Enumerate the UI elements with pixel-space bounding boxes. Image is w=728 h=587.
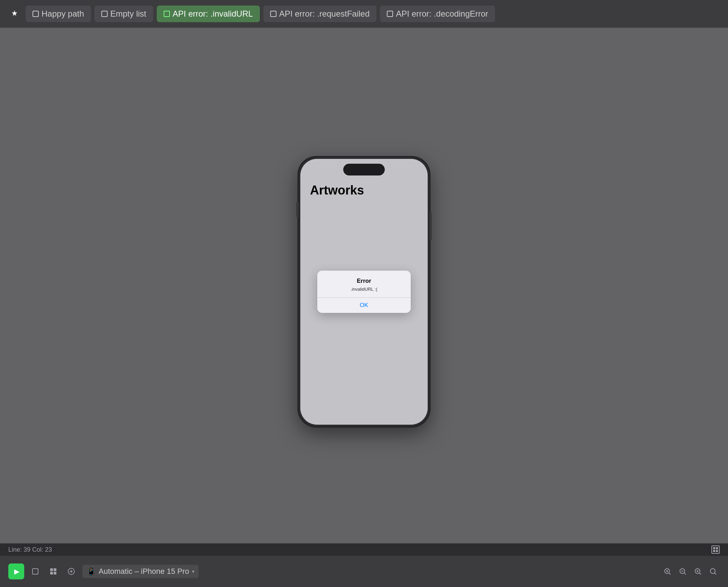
grid-layout-button[interactable] — [46, 565, 60, 578]
svg-rect-3 — [716, 550, 718, 552]
zoom-out-button[interactable] — [676, 565, 689, 578]
svg-line-11 — [669, 573, 671, 575]
iphone-device: Artworks Error .invalidURL :( OK — [298, 157, 430, 427]
tab-api-error-request-failed[interactable]: API error: .requestFailed — [263, 6, 376, 22]
tab-icon — [101, 11, 108, 17]
canvas: Artworks Error .invalidURL :( OK — [0, 28, 728, 556]
alert-ok-button[interactable]: OK — [317, 298, 411, 313]
pin-icon — [7, 6, 22, 21]
controls-button[interactable] — [64, 565, 78, 578]
chevron-down-icon: ▾ — [192, 569, 194, 574]
tab-icon — [164, 11, 170, 17]
svg-rect-1 — [716, 547, 718, 549]
svg-rect-5 — [50, 568, 53, 571]
alert-message: .invalidURL :( — [324, 287, 404, 292]
svg-line-15 — [684, 573, 686, 575]
zoom-in-button[interactable] — [661, 565, 674, 578]
alert-overlay: Error .invalidURL :( OK — [300, 159, 428, 425]
alert-actions: OK — [317, 298, 411, 313]
svg-rect-7 — [50, 572, 53, 575]
svg-line-20 — [715, 573, 717, 575]
alert-title: Error — [324, 278, 404, 285]
svg-point-19 — [710, 569, 715, 574]
device-selector[interactable]: 📱 Automatic – iPhone 15 Pro ▾ — [82, 565, 199, 578]
stop-button[interactable] — [28, 565, 42, 578]
bottom-left-controls: ▶ 📱 Automatic – iPhone 15 Pro ▾ — [8, 563, 199, 579]
zoom-fit-button[interactable] — [707, 565, 720, 578]
play-icon: ▶ — [14, 567, 19, 576]
status-bar: Line: 39 Col: 23 — [0, 543, 728, 556]
tab-happy-path[interactable]: Happy path — [26, 6, 91, 22]
tab-api-error-decoding-error[interactable]: API error: .decodingError — [380, 6, 495, 22]
svg-rect-2 — [713, 550, 715, 552]
tab-empty-list[interactable]: Empty list — [94, 6, 153, 22]
dynamic-island — [343, 164, 385, 175]
power-button — [430, 212, 432, 240]
tab-icon — [33, 11, 39, 17]
bottom-bar: ▶ 📱 Automatic – iPhone 15 Pro ▾ — [0, 556, 728, 587]
phone-icon: 📱 — [87, 567, 96, 576]
alert-dialog: Error .invalidURL :( OK — [317, 271, 411, 313]
svg-rect-8 — [54, 572, 56, 575]
alert-body: Error .invalidURL :( — [317, 271, 411, 297]
tab-api-error-invalid-url[interactable]: API error: .invalidURL — [157, 6, 260, 22]
grid-icon — [711, 545, 720, 554]
tab-icon — [270, 11, 276, 17]
svg-rect-0 — [713, 547, 715, 549]
device-label: Automatic – iPhone 15 Pro — [99, 567, 189, 576]
run-button[interactable]: ▶ — [8, 563, 24, 579]
line-col-label: Line: 39 Col: 23 — [8, 546, 52, 553]
zoom-reset-button[interactable] — [691, 565, 704, 578]
bottom-right-controls — [661, 565, 720, 578]
tab-icon — [387, 11, 393, 17]
toolbar: Happy path Empty list API error: .invali… — [0, 0, 728, 28]
svg-line-18 — [700, 573, 701, 575]
svg-rect-4 — [33, 569, 38, 574]
iphone-screen: Artworks Error .invalidURL :( OK — [300, 159, 428, 425]
svg-rect-6 — [54, 568, 56, 571]
